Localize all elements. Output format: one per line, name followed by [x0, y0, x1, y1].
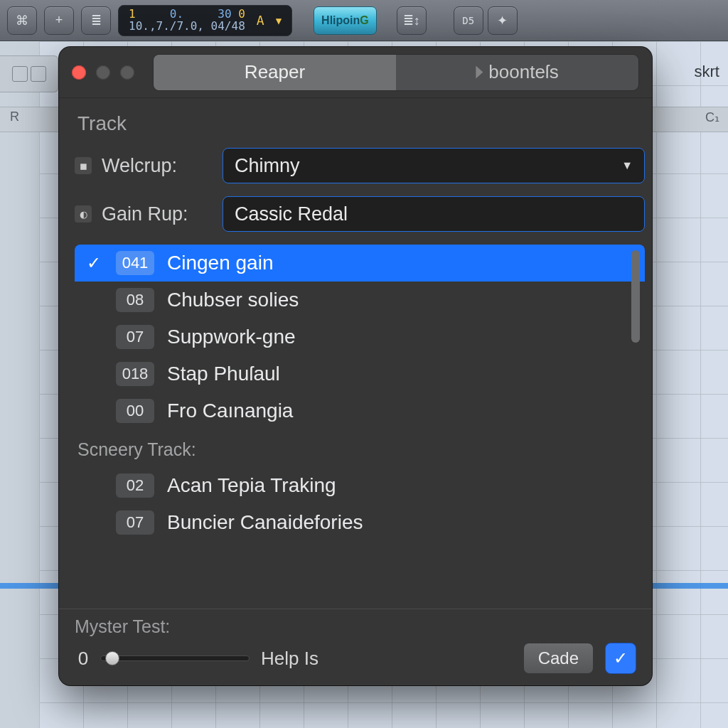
list-item[interactable]: 018Stap Phuſaul — [75, 355, 645, 392]
item-number: 08 — [116, 288, 154, 312]
item-number: 07 — [116, 510, 154, 535]
scenery-list: 02Acan Tepia Traking07Buncier Canaidefor… — [75, 467, 645, 541]
play-icon — [12, 66, 28, 82]
lcd-display[interactable]: 1 0. 30 0 10.,7./7.0, 04/48 A ▼ — [118, 5, 292, 36]
myster-slider[interactable]: 0 — [75, 648, 250, 670]
lcd-val-b: 0. — [170, 7, 183, 21]
item-label: Buncier Canaidefories — [167, 511, 645, 534]
app-toolbar: ⌘ + ≣ 1 0. 30 0 10.,7./7.0, 04/48 A ▼ Hl… — [0, 0, 728, 41]
section-track: Track — [77, 112, 642, 135]
tab-boontels-label: boonteſs — [488, 61, 558, 83]
track-dialog: Reaper boonteſs Track ◼ Welcrup: Chimny … — [59, 47, 652, 685]
toolbar-button-add[interactable]: + — [44, 6, 74, 35]
bookmark-icon: ◼ — [75, 157, 92, 174]
item-label: Chubser solies — [167, 289, 645, 311]
slider-track[interactable] — [100, 655, 250, 661]
item-label: Cingen gain — [167, 252, 645, 274]
item-number: 041 — [116, 251, 154, 275]
track-list: ✓041Cingen gain08Chubser solies07Suppwor… — [75, 245, 645, 429]
item-number: 018 — [116, 362, 154, 386]
check-icon: ✓ — [85, 253, 103, 273]
play-icon-2 — [31, 66, 46, 82]
hipoing-label: Hlipoin — [321, 14, 360, 27]
hipoing-button[interactable]: HlipoinG — [314, 6, 377, 35]
dialog-footer: Myster Test: 0 Help Is Cade ✓ — [59, 609, 652, 685]
toolbar-button-d5[interactable]: D5 — [454, 6, 483, 35]
item-label: Stap Phuſaul — [167, 363, 645, 385]
help-label: Help Is — [261, 648, 318, 670]
close-icon[interactable] — [72, 65, 86, 80]
item-label: Acan Tepia Traking — [167, 474, 645, 497]
row-welcrup: ◼ Welcrup: Chimny ▼ — [75, 145, 645, 186]
hipoing-suffix: G — [360, 14, 368, 27]
gainrup-input[interactable]: Cassic Redal — [223, 196, 645, 232]
check-icon: ✓ — [614, 648, 628, 668]
myster-label: Myster Test: — [75, 616, 636, 637]
list-item[interactable]: 00Fro Caınangia — [75, 392, 645, 429]
lcd-letter: A — [257, 13, 264, 28]
list-item[interactable]: 02Acan Tepia Traking — [75, 467, 645, 504]
item-label: Fro Caınangia — [167, 400, 645, 422]
tab-reaper-label: Reaper — [245, 61, 305, 83]
lcd-val-a: 1 — [129, 7, 136, 21]
chevron-right-icon — [476, 66, 483, 79]
background-text: skrt — [695, 63, 719, 81]
welcrup-label: Welcrup: — [102, 155, 213, 177]
toolbar-button-fx[interactable]: ✦ — [488, 6, 518, 35]
scrollbar-thumb[interactable] — [631, 250, 640, 343]
zoom-icon[interactable] — [120, 65, 134, 80]
ruler-left-marker: R — [10, 109, 19, 124]
list-item[interactable]: ✓041Cingen gain — [75, 245, 645, 282]
confirm-button[interactable]: ✓ — [605, 643, 636, 674]
toolbar-button-list[interactable]: ≣ — [81, 6, 111, 35]
cade-button[interactable]: Cade — [523, 643, 594, 674]
scrollbar[interactable] — [631, 250, 641, 541]
minimize-icon[interactable] — [96, 65, 110, 80]
item-label: Suppwork-gne — [167, 326, 645, 348]
toolbar-button-para[interactable]: ≣↕ — [397, 6, 427, 35]
section-scenery: Scneery Track: — [77, 439, 642, 460]
gainrup-value: Cassic Redal — [235, 203, 348, 225]
cade-label: Cade — [538, 648, 579, 668]
tab-boontels[interactable]: boonteſs — [396, 55, 638, 90]
titlebar: Reaper boonteſs — [59, 47, 652, 98]
chevron-down-icon: ▼ — [621, 159, 633, 172]
list-item[interactable]: 08Chubser solies — [75, 282, 645, 318]
lcd-bottom: 10.,7./7.0, 04/48 — [129, 21, 245, 33]
lcd-dropdown-icon[interactable]: ▼ — [276, 15, 282, 26]
gainrup-label: Gain Rup: — [102, 203, 213, 225]
track-list-container: ✓041Cingen gain08Chubser solies07Suppwor… — [75, 245, 645, 541]
lcd-val-d: 0 — [238, 7, 245, 21]
list-item[interactable]: 07Buncier Canaidefories — [75, 504, 645, 541]
globe-icon: ◐ — [75, 205, 92, 223]
tab-reaper[interactable]: Reaper — [154, 55, 396, 90]
item-number: 07 — [116, 325, 154, 349]
list-item[interactable]: 07Suppwork-gne — [75, 318, 645, 355]
tab-segment: Reaper boonteſs — [153, 54, 639, 91]
welcrup-value: Chimny — [235, 155, 300, 177]
lcd-val-c: 30 — [218, 7, 231, 21]
ruler-right-marker: C₁ — [705, 109, 719, 125]
window-traffic-lights — [72, 65, 134, 80]
item-number: 00 — [116, 399, 154, 423]
toolbar-button-1[interactable]: ⌘ — [7, 6, 37, 35]
transport-mini[interactable] — [0, 55, 58, 92]
item-number: 02 — [116, 473, 154, 498]
slider-value: 0 — [75, 648, 92, 670]
row-gainrup: ◐ Gain Rup: Cassic Redal — [75, 193, 645, 235]
welcrup-select[interactable]: Chimny ▼ — [223, 148, 645, 183]
slider-knob[interactable] — [105, 651, 119, 665]
